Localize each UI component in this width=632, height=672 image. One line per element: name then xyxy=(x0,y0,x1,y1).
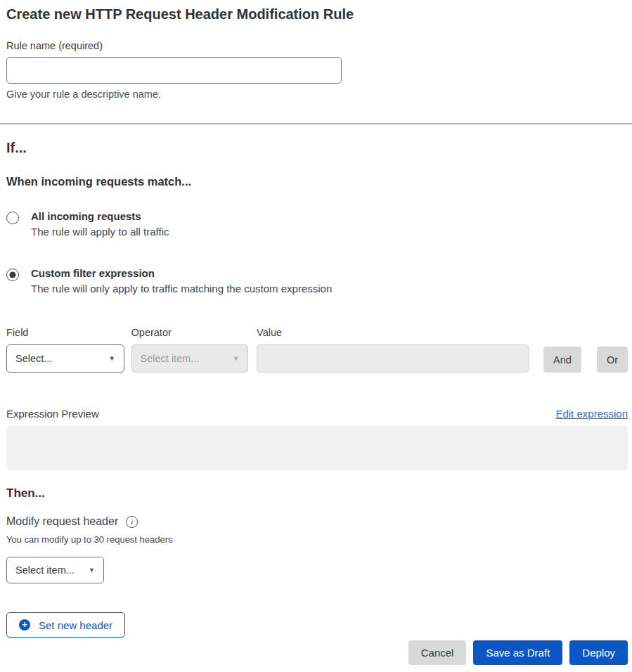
header-action-select[interactable]: Select item... ▼ xyxy=(6,557,104,583)
operator-select: Select item... ▼ xyxy=(131,344,249,373)
edit-expression-link[interactable]: Edit expression xyxy=(555,408,628,420)
when-subheading: When incoming requests match... xyxy=(6,156,628,188)
plus-icon: + xyxy=(19,619,30,631)
header-action-select-value: Select item... xyxy=(15,564,75,576)
field-select[interactable]: Select... ▼ xyxy=(6,344,124,373)
rule-name-label: Rule name (required) xyxy=(6,40,628,51)
rule-name-helper: Give your rule a descriptive name. xyxy=(6,89,628,100)
expression-preview-header: Expression Preview Edit expression xyxy=(6,408,628,420)
value-label: Value xyxy=(257,327,529,338)
modify-header-helper: You can modify up to 30 request headers xyxy=(6,534,628,545)
if-heading: If... xyxy=(6,124,628,156)
radio-description: The rule will only apply to traffic matc… xyxy=(31,283,332,295)
expression-preview-label: Expression Preview xyxy=(6,408,99,420)
save-as-draft-button[interactable]: Save as Draft xyxy=(473,640,562,665)
deploy-button[interactable]: Deploy xyxy=(569,640,628,665)
chevron-down-icon: ▼ xyxy=(228,355,239,362)
cancel-button[interactable]: Cancel xyxy=(408,640,467,665)
radio-unselected-icon[interactable] xyxy=(6,212,19,224)
rule-name-input[interactable] xyxy=(6,57,342,84)
radio-option-all-incoming[interactable]: All incoming requests The rule will appl… xyxy=(6,210,628,238)
set-new-header-button[interactable]: + Set new header xyxy=(6,612,125,638)
chevron-down-icon: ▼ xyxy=(105,355,115,362)
or-button[interactable]: Or xyxy=(597,347,628,373)
then-heading: Then... xyxy=(6,470,628,500)
and-button[interactable]: And xyxy=(543,347,581,373)
modify-header-row: Modify request header i xyxy=(6,515,628,528)
expression-builder-row: Field Select... ▼ Operator Select item..… xyxy=(6,327,628,373)
radio-selected-icon[interactable] xyxy=(6,269,19,281)
operator-select-value: Select item... xyxy=(141,353,200,364)
radio-label: All incoming requests xyxy=(31,210,169,222)
modify-request-header-label: Modify request header xyxy=(6,515,118,528)
radio-option-custom-expression[interactable]: Custom filter expression The rule will o… xyxy=(6,267,628,295)
create-rule-page: Create new HTTP Request Header Modificat… xyxy=(0,0,632,665)
value-input xyxy=(257,344,529,373)
field-label: Field xyxy=(6,327,124,338)
info-icon[interactable]: i xyxy=(126,516,138,528)
radio-description: The rule will apply to all traffic xyxy=(31,226,169,238)
page-title: Create new HTTP Request Header Modificat… xyxy=(6,0,628,22)
expression-preview-box xyxy=(6,426,628,470)
chevron-down-icon: ▼ xyxy=(84,567,95,574)
footer-actions: Cancel Save as Draft Deploy xyxy=(6,640,628,665)
operator-label: Operator xyxy=(131,327,249,338)
radio-label: Custom filter expression xyxy=(31,267,332,279)
field-select-value: Select... xyxy=(15,353,52,364)
set-new-header-label: Set new header xyxy=(39,619,112,631)
